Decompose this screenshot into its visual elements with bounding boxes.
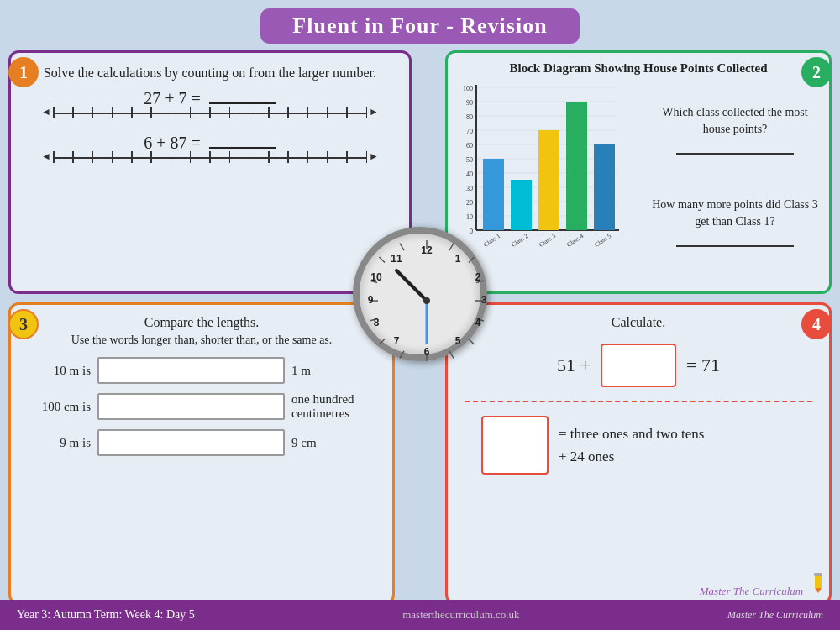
svg-text:100: 100 [463,85,473,92]
calc-text2: = three ones and two tens+ 24 ones [559,423,704,468]
comparison-row-3: 9 m is 9 cm [28,429,375,456]
comp-label-3: 9 m is [28,436,91,450]
section3-subtitle: Use the words longer than, shorter than,… [28,333,375,347]
svg-marker-61 [815,588,822,593]
section4-circle: 4 [801,309,832,339]
section2-content: 100 90 80 70 60 50 40 30 20 10 0 [458,81,819,274]
comp-input-1[interactable] [97,357,285,384]
clock-wrapper: 12 1 2 3 4 5 6 7 8 9 10 11 [353,227,487,361]
svg-line-36 [449,351,454,359]
svg-text:8: 8 [374,317,380,328]
answer1-line [209,102,276,104]
svg-text:Class 4: Class 4 [565,232,585,249]
section2-title: Block Diagram Showing House Points Colle… [458,61,819,76]
svg-text:2: 2 [475,271,481,283]
comparison-row-1: 10 m is 1 m [28,357,375,384]
svg-line-39 [380,339,386,345]
section2-circle: 2 [801,57,832,87]
svg-line-44 [400,244,404,251]
svg-text:3: 3 [481,294,487,306]
svg-line-38 [400,351,404,359]
dashed-divider [465,401,812,402]
footer-right: Master The Curriculum [727,609,823,622]
logo-area: Master The Curriculum [700,571,827,598]
equation1: 27 + 7 = [28,89,392,108]
bar-class5 [594,144,615,230]
svg-point-59 [423,297,430,304]
svg-text:70: 70 [466,128,473,135]
svg-line-30 [449,244,454,251]
comp-unit-2: one hundred centimetres [291,392,375,421]
number-line-2 [53,157,367,163]
svg-line-43 [380,257,386,263]
footer: Year 3: Autumn Term: Week 4: Day 5 maste… [0,600,840,630]
comp-label-2: 100 cm is [28,400,91,414]
section4-title: Calculate. [465,315,812,330]
svg-text:30: 30 [466,185,473,192]
calc-eq1-left: 51 + [557,354,591,376]
comp-label-1: 10 m is [28,364,91,378]
svg-text:10: 10 [466,213,473,221]
calc-answer-box-1[interactable] [601,344,676,387]
bar-class2 [511,180,532,230]
svg-text:7: 7 [394,335,400,347]
svg-text:12: 12 [421,244,433,256]
comp-input-2[interactable] [97,393,285,420]
section3-box: Compare the lengths. Use the words longe… [8,302,395,605]
section3-title: Compare the lengths. [28,315,375,330]
question2-area: How many more points did Class 3 get tha… [651,197,819,249]
logo-text: Master The Curriculum [700,585,804,597]
section3-circle: 3 [8,309,39,339]
svg-text:Class 3: Class 3 [538,232,557,249]
svg-text:40: 40 [466,171,473,178]
svg-text:10: 10 [370,271,382,283]
svg-text:60: 60 [466,142,473,150]
svg-text:50: 50 [466,156,473,164]
equation2: 6 + 87 = [28,134,392,153]
comp-input-3[interactable] [97,429,285,456]
clock-svg: 12 1 2 3 4 5 6 7 8 9 10 11 [360,234,494,368]
svg-text:11: 11 [391,253,402,265]
section4-box: Calculate. 51 + = 71 = three ones and tw… [445,302,832,605]
bar-class4 [566,102,587,230]
page-title: Fluent in Four - Revision [277,13,563,39]
footer-left: Year 3: Autumn Term: Week 4: Day 5 [17,608,195,622]
bar-class3 [538,130,559,230]
question1-text: Which class collected the most house poi… [651,104,819,137]
calc-answer-box-2[interactable] [481,416,549,475]
calc-row-1: 51 + = 71 [465,344,812,387]
answer2-line [209,147,276,149]
calc-row-2: = three ones and two tens+ 24 ones [465,416,812,475]
svg-line-57 [396,270,427,301]
svg-text:Class 5: Class 5 [593,232,612,249]
clock-face: 12 1 2 3 4 5 6 7 8 9 10 11 [353,227,487,361]
svg-text:20: 20 [466,199,473,207]
chart-questions: Which class collected the most house poi… [651,81,819,274]
section1-instruction: Solve the calculations by counting on fr… [28,66,392,81]
answer2-underline [676,234,794,247]
comp-unit-3: 9 cm [291,436,375,450]
svg-text:1: 1 [455,253,461,265]
calc-eq1-right: = 71 [686,354,720,376]
svg-line-35 [469,339,475,345]
svg-text:6: 6 [424,346,430,358]
question1-area: Which class collected the most house poi… [651,104,819,157]
number-line-1 [53,113,367,118]
svg-line-31 [469,257,475,263]
svg-rect-62 [814,573,822,576]
pencil-icon [809,571,827,595]
bar-class1 [483,159,504,230]
comparison-row-2: 100 cm is one hundred centimetres [28,392,375,421]
svg-text:4: 4 [475,317,481,328]
section2-box: Block Diagram Showing House Points Colle… [445,50,832,294]
svg-text:Class 2: Class 2 [510,232,529,249]
svg-text:90: 90 [466,99,473,107]
title-banner: Fluent in Four - Revision [260,8,580,44]
svg-text:9: 9 [368,294,374,306]
svg-text:5: 5 [455,335,461,347]
answer1-underline [676,141,794,155]
question2-text: How many more points did Class 3 get tha… [651,197,819,229]
footer-center: masterthecurriculum.co.uk [402,608,519,622]
section1-box: Solve the calculations by counting on fr… [8,50,412,294]
svg-text:80: 80 [466,113,473,121]
